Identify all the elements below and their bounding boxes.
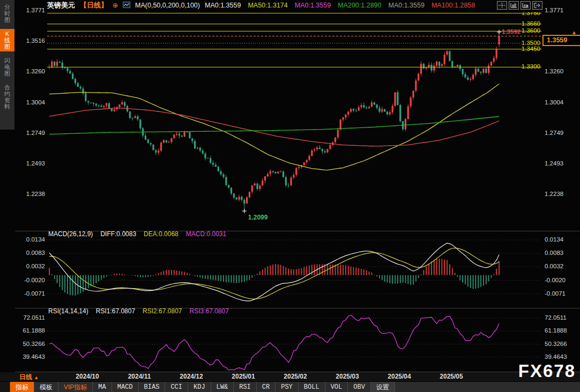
macd-tick-left: 0.0083: [17, 250, 45, 256]
panel-play-icon[interactable]: [520, 1, 531, 10]
toolbar-button-MACD[interactable]: MACD: [112, 382, 139, 392]
indicator-value: RSI2:67.0807: [143, 307, 182, 315]
low-price-label: 1.2099: [248, 214, 268, 221]
watermark-logo: FX678: [518, 361, 576, 381]
indicator-value: DEA:0.0068: [144, 230, 179, 238]
toolbar-button-VOL[interactable]: VOL: [325, 382, 348, 392]
level-price-label: 1.3660: [507, 20, 540, 27]
date-label: 2025/05: [440, 373, 463, 380]
macd-tick-right: 0.0032: [545, 263, 563, 269]
toolbar-button-VIP指标[interactable]: VIP指标: [58, 382, 93, 392]
rsi-tick-right: 61.1888: [545, 327, 567, 334]
indicator-value: RSI3:67.0807: [190, 307, 229, 315]
macd-title-row: MACD(26,12,9) DIFF:0.0083DEA:0.0068MACD:…: [48, 230, 226, 238]
rsi-params: RSI(14,14,14): [48, 307, 88, 315]
sidebar-tab-3[interactable]: 闪电图: [0, 56, 14, 78]
toolbar-button-PSY[interactable]: PSY: [276, 382, 299, 392]
toolbar-button-BIAS[interactable]: BIAS: [139, 382, 166, 392]
macd-tick-right: 0.0083: [545, 250, 563, 256]
price-tick-right: 1.2238: [545, 191, 563, 197]
price-tick-left: 1.3004: [17, 99, 45, 105]
price-tick-left: 1.3516: [17, 37, 45, 44]
date-label: 2025/04: [388, 373, 411, 380]
indicator-value: MACD:0.0031: [186, 230, 226, 238]
macd-params: MACD(26,12,9): [48, 230, 93, 238]
ma-settings: MA(0,50,0,200,0,100): [135, 2, 200, 9]
toolbar-button-OBV[interactable]: OBV: [348, 382, 371, 392]
indicator-value: DIFF:0.0083: [100, 230, 136, 238]
price-tick-left: 1.2493: [17, 160, 45, 167]
ma-values: MA0:1.3559MA50:1.3174MA0:1.3559MA200:1.2…: [205, 2, 475, 9]
price-tick-right: 1.3260: [545, 68, 563, 74]
level-price-label: 1.3300: [507, 63, 540, 70]
price-tick-left: 1.2238: [17, 191, 45, 197]
toolbar-button-CCI[interactable]: CCI: [165, 382, 188, 392]
toolbar-button-RSI[interactable]: RSI: [234, 382, 257, 392]
period-selector[interactable]: 日线 ▲: [19, 373, 39, 382]
date-label: 2024/12: [180, 373, 203, 380]
rsi-tick-left: 50.3266: [17, 341, 45, 347]
price-tick-right: 1.3771: [545, 7, 563, 13]
chart-header: 英镑美元 【日线】 ⊕ MA(0,50,0,200,0,100) MA0:1.3…: [47, 1, 475, 10]
ma-value: MA200:1.2890: [338, 2, 381, 9]
macd-tick-right: -0.0020: [545, 277, 566, 283]
toolbar-button-LW&[interactable]: LW&: [211, 382, 234, 392]
chart-canvas[interactable]: [0, 0, 580, 392]
rsi-tick-right: 39.4643: [545, 353, 567, 360]
price-up-arrow-icon: ▲: [571, 29, 577, 35]
rsi-tick-left: 39.4643: [17, 353, 45, 360]
toolbar-button-模板[interactable]: 模板: [34, 382, 58, 392]
level-price-label: 1.3450: [507, 46, 540, 52]
date-label: 2024/10: [76, 373, 99, 380]
date-label: 2025/03: [336, 373, 359, 380]
price-tick-left: 1.3260: [17, 68, 45, 74]
current-price-box: 1.3559: [542, 35, 580, 46]
rsi-title-row: RSI(14,14,14) RSI1:67.0807RSI2:67.0807RS…: [48, 307, 229, 315]
sidebar-tab-4[interactable]: 合约资料: [0, 82, 14, 111]
sidebar: 分时图K线图闪电图合约资料: [0, 0, 14, 130]
price-tick-left: 1.2749: [17, 130, 45, 136]
trading-app-window: 分时图K线图闪电图合约资料 英镑美元 【日线】 ⊕ MA(0,50,0,200,…: [0, 0, 580, 392]
crosshair-icon[interactable]: [497, 1, 507, 10]
price-tick-left: 1.3771: [17, 7, 45, 13]
ma-value: MA0:1.3559: [389, 2, 425, 9]
ma-value: MA50:1.3174: [248, 2, 287, 9]
rsi-tick-left: 72.0511: [17, 314, 45, 321]
macd-tick-left: -0.0020: [17, 277, 45, 283]
toolbar-button-MA[interactable]: MA: [93, 382, 111, 392]
rsi-tick-right: 50.3266: [545, 341, 567, 347]
date-label: 2025/02: [284, 373, 307, 380]
toolbar-button-指标[interactable]: 指标: [10, 382, 34, 392]
time-axis: 日线 ▲ 2024/102024/112024/122025/012025/02…: [0, 372, 580, 381]
macd-tick-right: 0.0134: [545, 236, 563, 243]
sidebar-tab-2[interactable]: K线图: [0, 29, 14, 51]
period-selector-label: 日线: [19, 373, 32, 381]
header-toolbar: [497, 1, 542, 10]
rsi-tick-left: 61.1888: [17, 327, 45, 334]
toolbar-button-设置[interactable]: 设置: [371, 382, 395, 392]
add-indicator-icon[interactable]: ⊕: [113, 2, 118, 9]
rsi-tick-right: 72.0511: [545, 314, 567, 321]
ma-value: MA0:1.3559: [205, 2, 241, 9]
date-label: 2024/11: [128, 373, 151, 380]
indicator-toolbar: 指标模板VIP指标MAMACDBIASCCIKDJLW&RSICRPSYBOLL…: [0, 381, 580, 392]
date-label: 2025/01: [232, 373, 255, 380]
toolbar-corner: [0, 382, 10, 392]
period-label[interactable]: 【日线】: [80, 1, 108, 10]
sidebar-tab-1[interactable]: 分时图: [0, 2, 14, 25]
price-tick-right: 1.3004: [545, 99, 563, 105]
indicator-value: RSI1:67.0807: [96, 307, 135, 315]
macd-tick-right: -0.0071: [545, 290, 566, 297]
exit-icon[interactable]: [532, 1, 542, 10]
chevron-up-icon: ▲: [34, 375, 39, 380]
price-tick-right: 1.2749: [545, 130, 563, 136]
macd-tick-left: 0.0134: [17, 236, 45, 243]
ma-value: MA0:1.3559: [295, 2, 331, 9]
toolbar-button-CR[interactable]: CR: [257, 382, 276, 392]
panel-up-icon[interactable]: [509, 1, 519, 10]
macd-tick-left: 0.0032: [17, 263, 45, 269]
ma-value: MA100:1.2858: [432, 2, 475, 9]
mini-chart-icon: [123, 1, 130, 10]
toolbar-button-BOLL[interactable]: BOLL: [299, 382, 325, 392]
toolbar-button-KDJ[interactable]: KDJ: [188, 382, 211, 392]
